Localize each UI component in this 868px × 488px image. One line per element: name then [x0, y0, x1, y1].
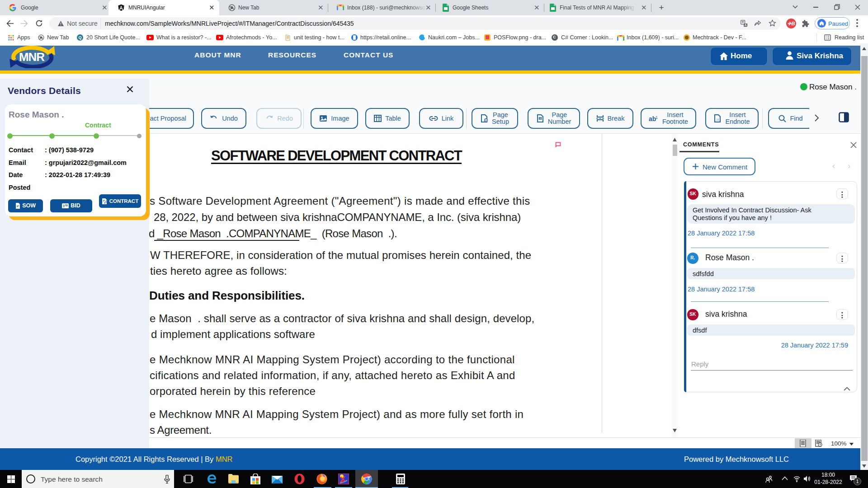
svg-text:ab: ab [649, 115, 656, 122]
svg-text:1: 1 [656, 115, 658, 120]
svg-text:↓i: ↓i [716, 117, 719, 122]
svg-text:MNR: MNR [19, 50, 45, 64]
